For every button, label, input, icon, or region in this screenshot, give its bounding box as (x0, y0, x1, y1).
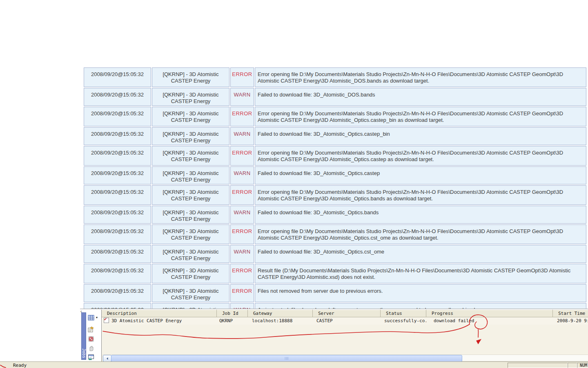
log-time-cell: 2008/09/20@15:05:32 (84, 264, 151, 283)
job-start-time-cell: 2008-9-20 9:0 (553, 317, 588, 325)
log-time-cell: 2008/09/20@15:05:32 (84, 245, 151, 263)
log-time-cell: 2008/09/20@15:05:32 (84, 127, 151, 145)
log-job-cell: [QKRNP] - 3D Atomistic CASTEP Energy (152, 146, 229, 166)
log-time-cell: 2008/09/20@15:05:32 (84, 224, 151, 244)
log-row: 2008/09/20@15:05:32 [QKRNP] - 3D Atomist… (84, 245, 586, 263)
column-header-description[interactable]: Description (102, 310, 217, 317)
log-message-cell: Error opening file D:\My Documents\Mater… (255, 185, 586, 205)
log-level-cell: ERROR (230, 107, 254, 126)
log-job-cell: [QKRNP] - 3D Atomistic CASTEP Energy (152, 284, 229, 302)
log-message-cell: Failed to download file: 3D_Atomistic_Op… (255, 206, 586, 224)
job-gateway-cell: localhost:18888 (248, 317, 313, 325)
log-row: 2008/09/20@15:05:32 [QKRNP] - 3D Atomist… (84, 166, 586, 184)
log-level-cell: WARN (230, 245, 254, 263)
status-pane (568, 363, 577, 368)
log-message-cell: Failed to download file: 3D_Atomistic_Op… (255, 166, 586, 184)
scrollbar-grip (285, 357, 289, 360)
horizontal-scrollbar[interactable] (102, 355, 588, 361)
job-progress-cell: download failed (426, 317, 553, 325)
log-level-cell: WARN (230, 88, 254, 106)
arrow-left-icon (106, 357, 109, 360)
status-ready-text: Ready (13, 363, 27, 368)
log-row: 2008/09/20@15:05:32 [QKRNP] - 3D Atomist… (84, 107, 586, 126)
log-time-cell: 2008/09/20@15:05:32 (84, 67, 151, 87)
column-header-job-id[interactable]: Job Id (217, 310, 248, 317)
log-message-cell: Failed to download file: 3D_Atomistic_DO… (255, 88, 586, 106)
column-header-gateway[interactable]: Gateway (248, 310, 313, 317)
job-server-cell: CASTEP (313, 317, 381, 325)
stop-job-icon (87, 335, 95, 343)
log-message-cell: Failed to download file: 3D_Atomistic_Op… (255, 245, 586, 263)
status-pane (508, 363, 568, 368)
log-level-cell: WARN (230, 206, 254, 224)
job-status-cell: successfully-co... (381, 317, 426, 325)
scrollbar-thumb[interactable] (111, 355, 462, 362)
log-row: 2008/09/20@15:05:32 [QKRNP] - 3D Atomist… (84, 146, 586, 166)
log-job-cell: [QKRNP] - 3D Atomistic CASTEP Energy (152, 185, 229, 205)
scroll-left-button[interactable] (103, 355, 111, 362)
log-time-cell: 2008/09/20@15:05:32 (84, 107, 151, 126)
log-level-cell: ERROR (230, 185, 254, 205)
job-checkbox[interactable]: ✔ (104, 318, 109, 323)
monitor-job-button[interactable] (87, 353, 95, 361)
jobs-dock: ‹ Jobs ▾ (80, 309, 588, 361)
column-header-start-time[interactable]: Start Time (553, 310, 588, 317)
log-time-cell: 2008/09/20@15:05:32 (84, 166, 151, 184)
log-row: 2008/09/20@15:05:32 [QKRNP] - 3D Atomist… (84, 224, 586, 244)
log-level-cell: ERROR (230, 264, 254, 283)
log-time-cell: 2008/09/20@15:05:32 (84, 88, 151, 106)
log-row: 2008/09/20@15:05:32 [QKRNP] - 3D Atomist… (84, 127, 586, 145)
chevron-down-icon: ▾ (96, 316, 98, 319)
log-row: 2008/09/20@15:05:32 [QKRNP] - 3D Atomist… (84, 264, 586, 283)
properties-icon (87, 326, 95, 333)
log-job-cell: [QKRNP] - 3D Atomistic CASTEP Energy (152, 67, 229, 87)
log-time-cell: 2008/09/20@15:05:32 (84, 146, 151, 166)
column-header-status[interactable]: Status (381, 310, 426, 317)
log-job-cell: [QKRNP] - 3D Atomistic CASTEP Energy (152, 107, 229, 126)
log-level-cell: ERROR (230, 146, 254, 166)
log-job-cell: [QKRNP] - 3D Atomistic CASTEP Energy (152, 224, 229, 244)
log-table: 2008/09/20@15:05:32 [QKRNP] - 3D Atomist… (84, 67, 586, 322)
grid-view-dropdown[interactable]: ▾ (96, 316, 98, 319)
column-header-progress[interactable]: Progress (426, 310, 553, 317)
log-row: 2008/09/20@15:05:32 [QKRNP] - 3D Atomist… (84, 88, 586, 106)
log-level-cell: WARN (230, 166, 254, 184)
log-level-cell: WARN (230, 127, 254, 145)
grid-view-icon (87, 314, 95, 321)
log-message-cell: Error opening file D:\My Documents\Mater… (255, 146, 586, 166)
job-id-cell: QKRNP (217, 317, 248, 325)
log-message-cell: Error opening file D:\My Documents\Mater… (255, 107, 586, 126)
log-message-cell: Files not removed from server due to pre… (255, 284, 586, 302)
properties-button[interactable] (87, 326, 95, 333)
hold-job-button[interactable] (87, 345, 95, 352)
jobs-tab[interactable]: Jobs (81, 312, 86, 360)
log-job-cell: [QKRNP] - 3D Atomistic CASTEP Energy (152, 88, 229, 106)
jobs-row[interactable]: ✔3D Atomistic CASTEP Energy QKRNP localh… (102, 317, 588, 325)
log-level-cell: ERROR (230, 284, 254, 302)
log-level-cell: ERROR (230, 67, 254, 87)
hand-icon (87, 345, 95, 352)
log-time-cell: 2008/09/20@15:05:32 (84, 284, 151, 302)
log-job-cell: [QKRNP] - 3D Atomistic CASTEP Energy (152, 264, 229, 283)
log-row: 2008/09/20@15:05:32 [QKRNP] - 3D Atomist… (84, 284, 586, 302)
monitor-job-icon (87, 353, 95, 361)
log-message-cell: Result file (D:\My Documents\Materials S… (255, 264, 586, 283)
log-message-cell: Error opening file D:\My Documents\Mater… (255, 224, 586, 244)
log-job-cell: [QKRNP] - 3D Atomistic CASTEP Energy (152, 206, 229, 224)
job-description-cell: ✔3D Atomistic CASTEP Energy (102, 317, 217, 325)
log-level-cell: ERROR (230, 224, 254, 244)
log-row: 2008/09/20@15:05:32 [QKRNP] - 3D Atomist… (84, 67, 586, 87)
stop-job-button[interactable] (87, 335, 95, 343)
grid-view-button[interactable] (87, 314, 95, 321)
log-row: 2008/09/20@15:05:32 [QKRNP] - 3D Atomist… (84, 206, 586, 224)
log-time-cell: 2008/09/20@15:05:32 (84, 206, 151, 224)
column-header-server[interactable]: Server (313, 310, 381, 317)
log-row: 2008/09/20@15:05:32 [QKRNP] - 3D Atomist… (84, 185, 586, 205)
log-job-cell: [QKRNP] - 3D Atomistic CASTEP Energy (152, 166, 229, 184)
num-lock-indicator: NUM (577, 363, 588, 368)
status-bar: Ready NUM (0, 361, 588, 368)
jobs-table-header: Description Job Id Gateway Server Status… (102, 310, 588, 317)
jobs-list: Description Job Id Gateway Server Status… (101, 310, 588, 362)
log-time-cell: 2008/09/20@15:05:32 (84, 185, 151, 205)
log-job-cell: [QKRNP] - 3D Atomistic CASTEP Energy (152, 127, 229, 145)
